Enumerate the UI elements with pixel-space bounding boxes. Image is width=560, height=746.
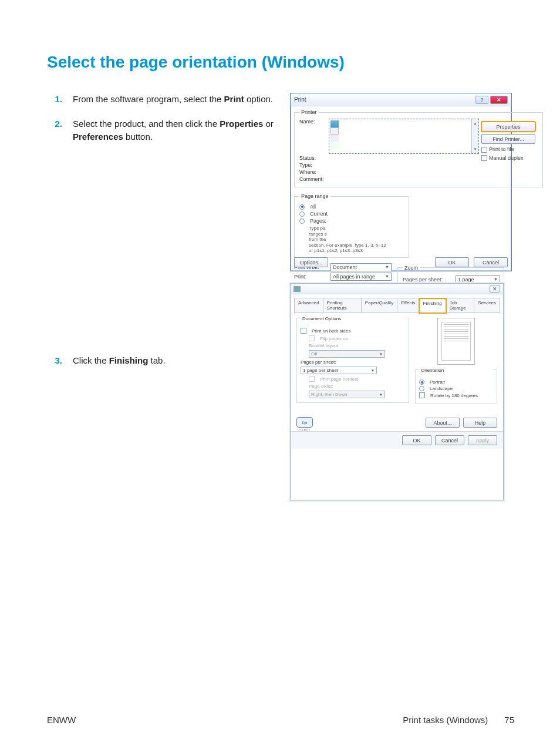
printer-group: Printer Name: ▲▼ [294, 109, 543, 187]
t: Click the [73, 355, 109, 365]
pages-per-sheet-combo[interactable]: 1 page▼ [456, 275, 500, 284]
legend: Orientation [419, 368, 493, 373]
chevron-up-icon[interactable]: ▲ [474, 119, 477, 127]
range-pages-radio[interactable]: Pages: [299, 218, 405, 224]
chevron-down-icon: ▼ [385, 274, 389, 278]
printer-icon [294, 286, 301, 292]
tab-finishing[interactable]: Finishing [419, 298, 446, 313]
t: Type pa [309, 226, 325, 231]
booklet-combo: Off▼ [309, 350, 385, 358]
close-icon[interactable]: ✕ [490, 285, 500, 293]
page-preview [437, 318, 475, 365]
legend: Document Options [301, 316, 405, 321]
step-number: 1. [47, 93, 73, 106]
radio-icon [299, 211, 305, 217]
close-icon[interactable]: ✕ [490, 96, 508, 104]
help-icon[interactable]: ? [475, 96, 488, 104]
print-to-file-checkbox[interactable]: Print to file [481, 146, 535, 153]
t: From the software program, select the [73, 94, 224, 104]
page-footer: ENWW Print tasks (Windows) 75 [47, 715, 514, 725]
find-printer-button[interactable]: Find Printer... [481, 134, 535, 144]
range-all-radio[interactable]: All [299, 204, 405, 210]
titlebar: ✕ [291, 284, 503, 294]
t: from the [309, 237, 326, 242]
footer-left: ENWW [47, 715, 76, 725]
page-order-label: Page order: [309, 384, 405, 389]
printer-icon [330, 120, 339, 127]
t: button. [123, 132, 153, 142]
status-label: Status: [299, 155, 325, 161]
apply-button[interactable]: Apply [468, 435, 497, 445]
range-hint: Type pa ranges s from the section. For e… [309, 226, 405, 254]
cancel-button[interactable]: Cancel [435, 435, 464, 445]
tab-services[interactable]: Services [474, 298, 500, 312]
about-button[interactable]: About... [426, 418, 460, 428]
checkbox-icon [481, 147, 487, 153]
tab-paper-quality[interactable]: Paper/Quality [361, 298, 397, 312]
tab-printing-shortcuts[interactable]: Printing Shortcuts [323, 298, 362, 312]
lbl: Portrait [430, 379, 445, 385]
properties-button[interactable]: Properties [481, 122, 535, 132]
printer-icon [330, 135, 339, 142]
tab-advanced[interactable]: Advanced [294, 298, 323, 312]
lbl: Flip pages up [320, 336, 348, 341]
print-borders-checkbox: Print page borders [309, 376, 405, 382]
v: Right, then Down [311, 392, 347, 397]
print-pages-combo[interactable]: All pages in range▼ [330, 273, 392, 281]
type-label: Type: [299, 162, 325, 168]
booklet-label: Booklet layout: [309, 343, 405, 348]
legend: Printer [299, 109, 319, 115]
range-current-radio[interactable]: Current [299, 211, 405, 217]
tab-effects[interactable]: Effects [397, 298, 419, 312]
tab-strip: Advanced Printing Shortcuts Paper/Qualit… [294, 298, 500, 313]
cancel-button[interactable]: Cancel [474, 257, 508, 267]
step-text: Select the product, and then click the P… [73, 117, 282, 143]
lbl: Landscape [430, 386, 453, 391]
t: Finishing [109, 355, 149, 365]
step-text: Click the Finishing tab. [73, 354, 282, 367]
footer-section: Print tasks (Windows) [403, 715, 488, 725]
t: Select the product, and then click the [73, 119, 220, 129]
document-options-group: Document Options Print on both sides Fli… [296, 318, 409, 403]
t: tab. [148, 355, 165, 365]
radio-icon [299, 219, 305, 224]
chevron-down-icon: ▼ [379, 393, 383, 396]
lbl: Print on both sides [312, 328, 350, 334]
ok-button[interactable]: OK [402, 435, 431, 445]
ok-button[interactable]: OK [435, 257, 469, 267]
pps-label: Pages per sheet: [403, 277, 452, 283]
t: ranges s [309, 231, 327, 237]
help-button[interactable]: Help [463, 418, 497, 428]
lbl: Print page borders [320, 377, 359, 382]
legend: Page range [299, 193, 330, 199]
printer-listbox[interactable]: ▲▼ [329, 119, 479, 154]
v: Off [311, 351, 318, 357]
print-label: Print: [294, 274, 327, 280]
manual-duplex-checkbox[interactable]: Manual duplex [481, 155, 535, 162]
t: Print [224, 94, 244, 104]
tab-job-storage[interactable]: Job Storage [446, 298, 475, 312]
portrait-radio[interactable]: Portrait [419, 379, 493, 385]
dialog-buttons: Options... OK Cancel [294, 257, 508, 267]
radio-icon [419, 386, 424, 391]
lbl: All [310, 204, 316, 210]
print-both-sides-checkbox[interactable]: Print on both sides [301, 328, 405, 334]
dialog-title: Print [294, 96, 306, 103]
lbl: Pages: [310, 218, 326, 224]
scrollbar[interactable]: ▲▼ [471, 119, 478, 153]
steps-column: 1. From the software program, select the… [47, 93, 282, 379]
chevron-down-icon: ▼ [494, 277, 498, 281]
flip-pages-checkbox: Flip pages up [309, 335, 405, 341]
chevron-down-icon[interactable]: ▼ [474, 145, 477, 153]
hp-tagline: invent [298, 428, 313, 431]
print-dialog: Print ? ✕ Printer Name: [290, 93, 512, 271]
page-order-combo: Right, then Down▼ [309, 391, 385, 398]
t: Properties [220, 119, 263, 129]
landscape-radio[interactable]: Landscape [419, 386, 493, 391]
printer-icon [330, 142, 339, 149]
dialog-buttons: OK Cancel Apply [291, 431, 503, 449]
rotate-checkbox[interactable]: Rotate by 180 degrees [419, 392, 493, 398]
pages-per-sheet-combo[interactable]: 1 page per sheet▼ [301, 367, 377, 374]
options-button[interactable]: Options... [294, 257, 328, 267]
lbl: Rotate by 180 degrees [430, 393, 478, 398]
